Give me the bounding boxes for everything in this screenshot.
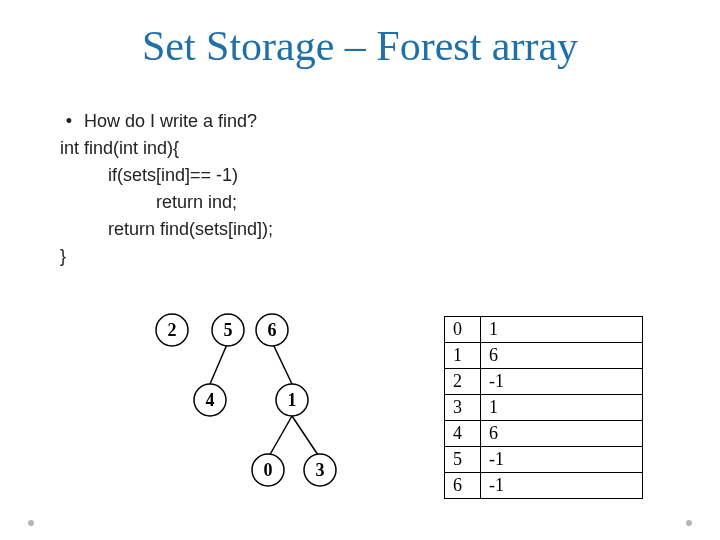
slide-title: Set Storage – Forest array	[0, 0, 720, 70]
svg-line-0	[210, 342, 228, 384]
tree-node-0: 0	[264, 460, 273, 480]
svg-line-1	[272, 342, 292, 384]
svg-line-2	[268, 416, 292, 458]
tree-node-2: 2	[168, 320, 177, 340]
bullet-text: How do I write a find?	[84, 108, 257, 135]
decoration-dot-icon	[28, 520, 34, 526]
decoration-dot-icon	[686, 520, 692, 526]
tree-node-3: 3	[316, 460, 325, 480]
code-line: int find(int ind){	[60, 135, 273, 162]
code-line: return find(sets[ind]);	[108, 216, 273, 243]
table-row: 31	[445, 395, 643, 421]
code-line: }	[60, 243, 273, 270]
table-row: 2-1	[445, 369, 643, 395]
bullet-icon: •	[60, 108, 78, 135]
tree-node-4: 4	[206, 390, 215, 410]
tree-node-1: 1	[288, 390, 297, 410]
parent-array-table: 01 16 2-1 31 46 5-1 6-1	[444, 316, 643, 499]
table-row: 5-1	[445, 447, 643, 473]
tree-node-5: 5	[224, 320, 233, 340]
code-line: if(sets[ind]== -1)	[108, 162, 273, 189]
forest-tree-diagram: 2 5 6 4 1 0 3	[142, 310, 362, 510]
svg-line-3	[292, 416, 320, 458]
table-row: 6-1	[445, 473, 643, 499]
tree-node-6: 6	[268, 320, 277, 340]
table-row: 46	[445, 421, 643, 447]
table-row: 16	[445, 343, 643, 369]
code-line: return ind;	[156, 189, 273, 216]
body-content: • How do I write a find? int find(int in…	[60, 108, 273, 270]
table-row: 01	[445, 317, 643, 343]
